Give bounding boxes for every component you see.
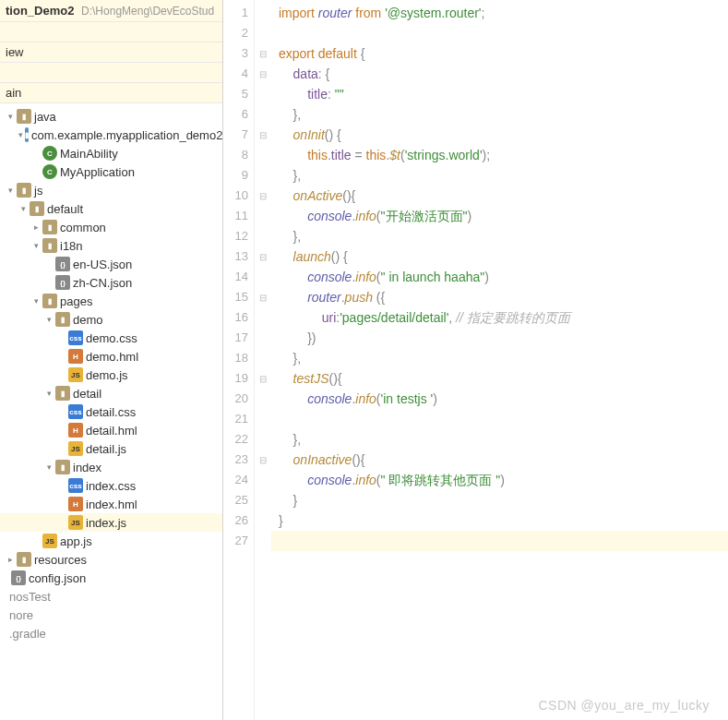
tree-node[interactable]: {}config.json xyxy=(0,569,222,587)
chevron-right-icon[interactable]: ▸ xyxy=(31,222,41,232)
tree-node-label: detail.css xyxy=(86,405,136,419)
code-line[interactable]: console.info(" 即将跳转其他页面 ") xyxy=(271,470,728,490)
code-line[interactable]: title: "" xyxy=(271,84,728,104)
code-line[interactable]: uri:'pages/detail/detail', // 指定要跳转的页面 xyxy=(271,307,728,328)
fold-handle[interactable]: ⊟ xyxy=(255,287,271,307)
fold-handle[interactable]: ⊟ xyxy=(255,368,271,389)
code-line[interactable]: console.info('in testjs ') xyxy=(271,389,728,409)
code-line[interactable]: console.info("开始激活页面") xyxy=(271,206,728,226)
fold-handle xyxy=(255,165,271,186)
watermark: CSDN @you_are_my_lucky xyxy=(539,698,710,713)
tree-node[interactable]: {}zh-CN.json xyxy=(0,273,222,292)
chevron-down-icon[interactable]: ▾ xyxy=(6,186,15,195)
chevron-down-icon[interactable]: ▾ xyxy=(44,462,54,472)
tree-node-label: index.css xyxy=(86,479,136,493)
chevron-down-icon[interactable]: ▾ xyxy=(31,296,41,306)
tree-node[interactable]: ▾▮java xyxy=(0,107,222,126)
tree-node[interactable]: CMainAbility xyxy=(0,144,222,162)
code-line[interactable]: launch() { xyxy=(271,246,728,267)
tree-node[interactable]: ▾▮i18n xyxy=(0,236,222,255)
tree-node[interactable]: {}en-US.json xyxy=(0,255,222,273)
fold-handle[interactable]: ⊟ xyxy=(255,450,271,470)
code-line[interactable]: data: { xyxy=(271,64,728,84)
code-line[interactable]: testJS(){ xyxy=(271,368,728,389)
code-line[interactable]: }, xyxy=(271,226,728,246)
code-line[interactable] xyxy=(271,531,728,551)
project-name: tion_Demo2 xyxy=(6,4,74,18)
tree-node[interactable]: JSdetail.js xyxy=(0,439,222,458)
tree-node[interactable]: cssdetail.css xyxy=(0,402,222,421)
code-line[interactable]: }, xyxy=(271,104,728,125)
tree-node[interactable]: cssindex.css xyxy=(0,476,222,495)
tree-node[interactable]: ▾▮js xyxy=(0,181,222,199)
tree-node[interactable]: JSdemo.js xyxy=(0,366,222,384)
tree-node[interactable]: ▾▮pages xyxy=(0,292,222,310)
code-line[interactable]: router.push ({ xyxy=(271,287,728,307)
tree-node[interactable]: JSindex.js xyxy=(0,513,222,532)
tree-node[interactable]: ▸▮common xyxy=(0,218,222,236)
chevron-down-icon[interactable]: ▾ xyxy=(44,389,54,398)
chevron-down-icon[interactable]: ▾ xyxy=(18,204,28,213)
code-line[interactable]: import router from '@system.router'; xyxy=(271,3,728,23)
tree-node-label: nore xyxy=(9,608,33,622)
folder-icon: ▮ xyxy=(55,312,70,327)
fold-handle xyxy=(255,409,271,429)
chevron-down-icon[interactable]: ▾ xyxy=(31,241,41,250)
code-line[interactable] xyxy=(271,409,728,429)
tree-node[interactable]: nore xyxy=(0,606,222,624)
tree-node[interactable]: nosTest xyxy=(0,587,222,606)
chevron-right-icon[interactable]: ▸ xyxy=(6,555,15,564)
code-line[interactable]: }, xyxy=(271,348,728,368)
code-line[interactable]: onActive(){ xyxy=(271,186,728,206)
fold-handle[interactable]: ⊟ xyxy=(255,64,271,84)
chevron-down-icon[interactable]: ▾ xyxy=(44,315,54,324)
tree-node[interactable]: CMyApplication xyxy=(0,162,222,181)
code-line[interactable]: console.info(" in launch haaha") xyxy=(271,267,728,287)
code-editor[interactable]: 1234567891011121314151617181920212223242… xyxy=(223,0,728,720)
tree-node[interactable]: Hdemo.hml xyxy=(0,347,222,366)
fold-gutter[interactable]: ⊟⊟⊟⊟⊟⊟⊟⊟ xyxy=(255,0,271,720)
line-number: 10 xyxy=(223,186,254,206)
tree-node-label: demo.js xyxy=(86,368,128,382)
tree-node[interactable]: ▾▮default xyxy=(0,199,222,218)
code-line[interactable]: onInit() { xyxy=(271,125,728,145)
code-line[interactable]: export default { xyxy=(271,43,728,64)
fold-handle[interactable]: ⊟ xyxy=(255,125,271,145)
tree-node[interactable]: Hdetail.hml xyxy=(0,421,222,439)
code-line[interactable]: }, xyxy=(271,429,728,450)
line-number: 17 xyxy=(223,328,254,348)
chevron-down-icon[interactable]: ▾ xyxy=(6,112,15,121)
code-area[interactable]: import router from '@system.router';expo… xyxy=(271,0,728,720)
chevron-down-icon[interactable]: ▾ xyxy=(18,130,23,139)
sidebar-section-row[interactable]: ain xyxy=(0,83,222,103)
fold-handle[interactable]: ⊟ xyxy=(255,246,271,267)
folder-icon: ▮ xyxy=(42,238,57,253)
tree-node[interactable]: ▾▮com.example.myapplication_demo2 xyxy=(0,126,222,144)
project-header[interactable]: tion_Demo2 D:\HongMeng\DevEcoStud xyxy=(0,0,222,22)
fold-handle[interactable]: ⊟ xyxy=(255,186,271,206)
tree-node-label: default xyxy=(47,202,83,216)
tree-node[interactable]: ▾▮demo xyxy=(0,310,222,329)
code-line[interactable]: } xyxy=(271,490,728,510)
code-line[interactable]: onInactive(){ xyxy=(271,450,728,470)
file-tree[interactable]: ▾▮java▾▮com.example.myapplication_demo2C… xyxy=(0,103,222,720)
code-line[interactable]: }) xyxy=(271,328,728,348)
code-line[interactable]: this.title = this.$t('strings.world'); xyxy=(271,145,728,165)
tree-node[interactable]: Hindex.hml xyxy=(0,495,222,513)
tree-node[interactable]: ▾▮index xyxy=(0,458,222,476)
css-icon: css xyxy=(68,330,83,345)
code-line[interactable]: } xyxy=(271,510,728,531)
tree-node[interactable]: cssdemo.css xyxy=(0,329,222,347)
code-line[interactable] xyxy=(271,23,728,43)
sidebar-section-row[interactable] xyxy=(0,63,222,83)
tree-node[interactable]: JSapp.js xyxy=(0,532,222,550)
line-number: 12 xyxy=(223,226,254,246)
sidebar-section-row[interactable]: iew xyxy=(0,42,222,63)
code-line[interactable]: }, xyxy=(271,165,728,186)
fold-handle[interactable]: ⊟ xyxy=(255,43,271,64)
tree-node[interactable]: ▾▮detail xyxy=(0,384,222,402)
tree-node[interactable]: .gradle xyxy=(0,624,222,642)
project-sidebar: tion_Demo2 D:\HongMeng\DevEcoStud iewain… xyxy=(0,0,223,720)
sidebar-section-row[interactable] xyxy=(0,22,222,42)
tree-node[interactable]: ▸▮resources xyxy=(0,550,222,569)
